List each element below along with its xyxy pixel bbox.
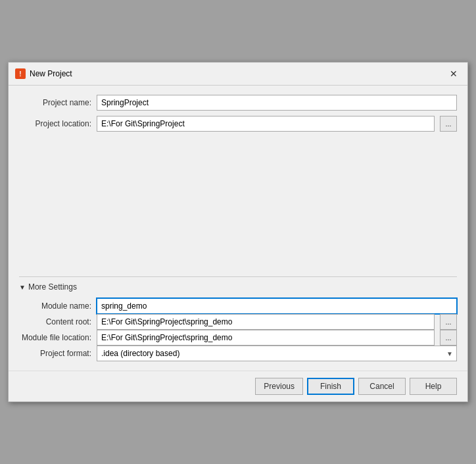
project-format-select-wrapper: .idea (directory based) Eclipse (.classp… (97, 346, 457, 361)
module-file-location-label: Module file location: (19, 333, 91, 342)
more-settings-section: ▼ More Settings Module name: Content roo… (19, 276, 457, 361)
project-name-row: Project name: (19, 95, 457, 111)
collapse-arrow-icon: ▼ (19, 284, 26, 291)
module-name-input[interactable] (97, 298, 457, 314)
content-root-label: Content root: (19, 317, 91, 326)
new-project-dialog: ! New Project ✕ Project name: Project lo… (8, 62, 468, 402)
close-button[interactable]: ✕ (446, 66, 461, 81)
project-location-browse-button[interactable]: ... (440, 116, 457, 132)
dialog-footer: Previous Finish Cancel Help (9, 371, 467, 401)
title-bar-left: ! New Project (15, 68, 72, 79)
project-location-row: Project location: ... (19, 116, 457, 132)
project-format-select[interactable]: .idea (directory based) Eclipse (.classp… (97, 346, 457, 361)
content-area (19, 137, 457, 269)
dialog-title: New Project (30, 69, 72, 78)
module-file-location-input[interactable] (97, 330, 435, 346)
project-location-input[interactable] (97, 116, 435, 132)
module-name-row: Module name: (19, 298, 457, 314)
project-format-row: Project format: .idea (directory based) … (19, 346, 457, 361)
dialog-body: Project name: Project location: ... ▼ Mo… (9, 86, 467, 371)
more-settings-header[interactable]: ▼ More Settings (19, 282, 457, 292)
project-location-label: Project location: (19, 119, 91, 128)
content-root-row: Content root: ... (19, 314, 457, 330)
cancel-button[interactable]: Cancel (358, 378, 406, 395)
more-settings-label: More Settings (28, 282, 77, 292)
previous-button[interactable]: Previous (255, 378, 303, 395)
project-format-label: Project format: (19, 349, 91, 358)
content-root-input[interactable] (97, 314, 435, 330)
help-button[interactable]: Help (410, 378, 457, 395)
module-file-location-row: Module file location: ... (19, 330, 457, 346)
project-name-label: Project name: (19, 98, 91, 107)
project-name-input[interactable] (97, 95, 457, 111)
module-name-label: Module name: (19, 301, 91, 311)
content-root-browse-button[interactable]: ... (440, 314, 457, 330)
title-bar: ! New Project ✕ (9, 63, 467, 86)
module-file-location-browse-button[interactable]: ... (440, 330, 457, 346)
finish-button[interactable]: Finish (307, 378, 354, 395)
app-icon: ! (15, 68, 26, 79)
